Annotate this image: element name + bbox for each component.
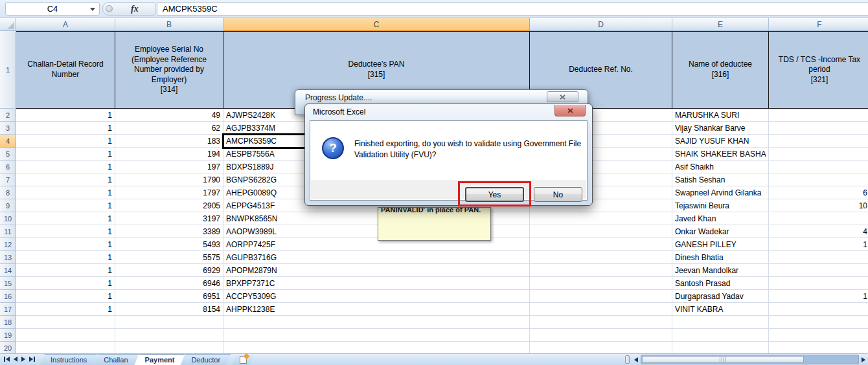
cell-B13[interactable]: 5575 xyxy=(115,251,223,264)
cell-B11[interactable]: 3389 xyxy=(115,225,223,238)
cell-F19[interactable] xyxy=(769,329,868,342)
cell-B3[interactable]: 62 xyxy=(115,122,223,135)
cell-A17[interactable]: 1 xyxy=(16,303,115,316)
row-header-7[interactable]: 7 xyxy=(0,173,16,186)
cell-F8[interactable]: 6 xyxy=(769,186,868,199)
cell-B5[interactable]: 194 xyxy=(115,148,223,160)
cell-A19[interactable] xyxy=(16,329,115,342)
cell-F13[interactable] xyxy=(769,251,868,264)
next-sheet-button[interactable] xyxy=(21,355,25,363)
column-header-F[interactable]: F xyxy=(769,18,868,31)
cell-A18[interactable] xyxy=(16,316,115,329)
cell-F12[interactable]: 1 xyxy=(769,238,868,251)
cell-A15[interactable]: 1 xyxy=(16,277,115,290)
row-header-17[interactable]: 17 xyxy=(0,303,16,316)
cell-B9[interactable]: 2905 xyxy=(115,199,223,212)
cell-B10[interactable]: 3197 xyxy=(115,212,223,225)
sheet-tab-challan[interactable]: Challan xyxy=(93,354,138,365)
cell-E9[interactable]: Tejaswini Beura xyxy=(672,199,769,212)
header-cell-A1[interactable]: Challan-Detail Record Number xyxy=(16,31,115,109)
cell-F7[interactable] xyxy=(769,173,868,186)
cell-E7[interactable]: Satish Seshan xyxy=(672,173,769,186)
header-cell-E1[interactable]: Name of deductee [316] xyxy=(672,31,769,109)
row-header-15[interactable]: 15 xyxy=(0,277,16,290)
previous-sheet-button[interactable] xyxy=(14,355,17,363)
cell-E16[interactable]: Durgaprasad Yadav xyxy=(672,290,769,303)
cell-F6[interactable] xyxy=(769,160,868,173)
cell-B8[interactable]: 1797 xyxy=(115,186,223,199)
cell-A3[interactable]: 1 xyxy=(16,122,115,135)
progress-close-button[interactable] xyxy=(547,91,578,102)
cell-D14[interactable] xyxy=(530,264,672,277)
cell-A14[interactable]: 1 xyxy=(16,264,115,277)
row-header-8[interactable]: 8 xyxy=(0,186,16,199)
cell-B17[interactable]: 8154 xyxy=(115,303,223,316)
cell-A8[interactable]: 1 xyxy=(16,186,115,199)
cell-F4[interactable] xyxy=(769,135,868,148)
cell-E20[interactable] xyxy=(672,342,769,353)
no-button[interactable]: No xyxy=(534,187,582,202)
insert-worksheet-tab[interactable] xyxy=(232,355,254,365)
cell-F11[interactable]: 4 xyxy=(769,225,868,238)
row-header-6[interactable]: 6 xyxy=(0,160,16,173)
cell-A7[interactable]: 1 xyxy=(16,173,115,186)
cell-F15[interactable] xyxy=(769,277,868,290)
cell-A11[interactable]: 1 xyxy=(16,225,115,238)
cell-F17[interactable] xyxy=(769,303,868,316)
row-header-1[interactable]: 1 xyxy=(0,31,16,109)
row-header-9[interactable]: 9 xyxy=(0,199,16,212)
row-header-10[interactable]: 10 xyxy=(0,212,16,225)
cell-E19[interactable] xyxy=(672,329,769,342)
cell-E11[interactable]: Onkar Wadekar xyxy=(672,225,769,238)
cell-A20[interactable] xyxy=(16,342,115,353)
cell-C17[interactable]: AHPPK1238E xyxy=(223,303,530,316)
cell-F9[interactable]: 10 xyxy=(769,199,868,212)
cell-B4[interactable]: 183 xyxy=(115,135,223,148)
cell-E18[interactable] xyxy=(672,316,769,329)
cell-E4[interactable]: SAJID YUSUF KHAN xyxy=(672,135,769,148)
cell-A5[interactable]: 1 xyxy=(16,148,115,160)
cell-A6[interactable]: 1 xyxy=(16,160,115,173)
cell-E8[interactable]: Swapneel Arvind Gilanka xyxy=(672,186,769,199)
name-box[interactable]: C4 xyxy=(5,2,100,16)
cell-B20[interactable] xyxy=(115,342,223,353)
cell-F10[interactable] xyxy=(769,212,868,225)
cell-C13[interactable]: AGUPB3716G xyxy=(223,251,530,264)
row-header-2[interactable]: 2 xyxy=(0,109,16,122)
cell-C16[interactable]: ACCPY5309G xyxy=(223,290,530,303)
cell-E12[interactable]: GANESH PILLEY xyxy=(672,238,769,251)
cell-D18[interactable] xyxy=(530,316,672,329)
cell-B14[interactable]: 6929 xyxy=(115,264,223,277)
cell-C19[interactable] xyxy=(223,329,530,342)
insert-function-icon[interactable]: fx xyxy=(131,4,139,14)
cell-B12[interactable]: 5493 xyxy=(115,238,223,251)
cell-E14[interactable]: Jeevan Mandolkar xyxy=(672,264,769,277)
tab-split-handle[interactable] xyxy=(625,355,630,364)
row-header-5[interactable]: 5 xyxy=(0,148,16,160)
column-header-E[interactable]: E xyxy=(672,18,769,31)
cell-F16[interactable]: 1 xyxy=(769,290,868,303)
cell-E13[interactable]: Dinesh Bhatia xyxy=(672,251,769,264)
row-header-11[interactable]: 11 xyxy=(0,225,16,238)
column-header-A[interactable]: A xyxy=(16,18,115,31)
cell-F18[interactable] xyxy=(769,316,868,329)
header-cell-F1[interactable]: TDS / TCS -Income Tax period [321] xyxy=(769,31,868,109)
cell-D11[interactable] xyxy=(530,225,672,238)
cell-A2[interactable]: 1 xyxy=(16,109,115,122)
header-cell-B1[interactable]: Employee Serial No (Employee Reference N… xyxy=(115,31,223,109)
cell-D17[interactable] xyxy=(530,303,672,316)
cell-B16[interactable]: 6951 xyxy=(115,290,223,303)
cell-B2[interactable]: 49 xyxy=(115,109,223,122)
select-all-corner[interactable] xyxy=(0,18,16,31)
row-header-13[interactable]: 13 xyxy=(0,251,16,264)
sheet-tab-deductor[interactable]: Deductor xyxy=(181,354,231,365)
cell-F3[interactable] xyxy=(769,122,868,135)
row-header-16[interactable]: 16 xyxy=(0,290,16,303)
cell-C18[interactable] xyxy=(223,316,530,329)
row-header-14[interactable]: 14 xyxy=(0,264,16,277)
row-header-18[interactable]: 18 xyxy=(0,316,16,329)
cell-A13[interactable]: 1 xyxy=(16,251,115,264)
name-box-dropdown-icon[interactable] xyxy=(90,8,95,11)
formula-input[interactable]: AMCPK5359C xyxy=(157,2,868,16)
cell-D16[interactable] xyxy=(530,290,672,303)
